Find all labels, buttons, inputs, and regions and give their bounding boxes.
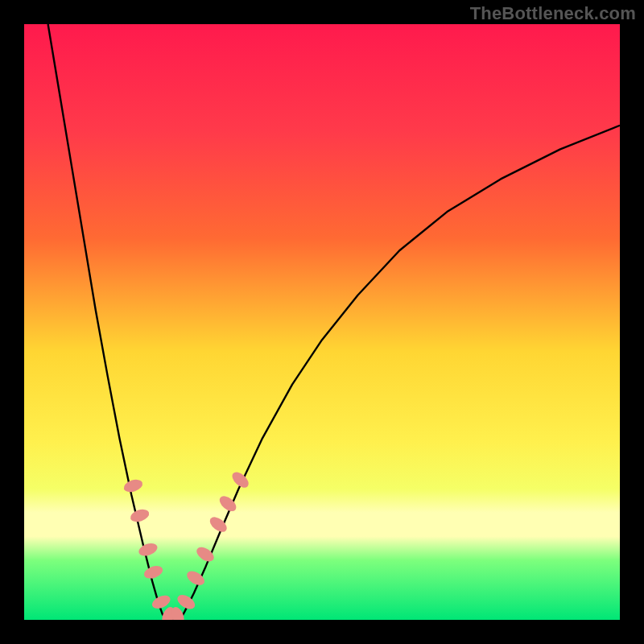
chart-frame: TheBottleneck.com xyxy=(0,0,644,644)
bottleneck-curve-chart xyxy=(24,24,620,620)
watermark-text: TheBottleneck.com xyxy=(470,3,636,24)
plot-area xyxy=(24,24,620,620)
gradient-background xyxy=(24,24,620,620)
